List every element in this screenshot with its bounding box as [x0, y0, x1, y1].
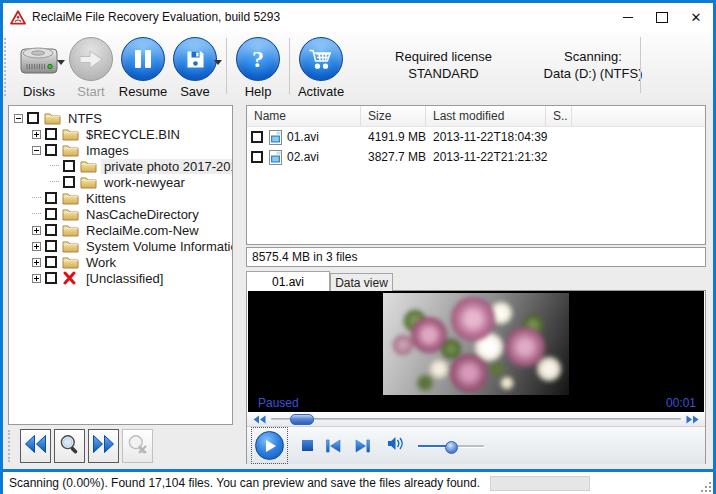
next-frame-button[interactable] — [354, 439, 371, 453]
tree-item-ntfs[interactable]: NTFS — [9, 110, 232, 126]
tree-item-label[interactable]: Work — [83, 255, 119, 270]
tree-checkbox[interactable] — [45, 256, 57, 268]
tab-01-avi[interactable]: 01.avi — [246, 271, 330, 291]
column-header-s[interactable]: S.. — [546, 106, 572, 126]
tree-checkbox[interactable] — [27, 112, 39, 124]
collapse-toggle[interactable] — [32, 146, 41, 155]
file-name[interactable]: 02.avi — [287, 150, 319, 164]
column-header-size[interactable]: Size — [361, 106, 426, 126]
toolbar-separator — [289, 38, 290, 94]
disks-dropdown-arrow[interactable] — [57, 60, 65, 65]
tree-checkbox[interactable] — [63, 160, 75, 172]
tree-item-system-volume-information[interactable]: System Volume Information — [9, 238, 232, 254]
minimize-button[interactable] — [611, 6, 645, 28]
collapse-toggle[interactable] — [14, 114, 23, 123]
seek-bar-row — [247, 412, 705, 427]
expand-toggle[interactable] — [32, 258, 41, 267]
double-left-arrow-icon — [24, 434, 47, 458]
tree-checkbox[interactable] — [63, 176, 75, 188]
result-nav-toolbar — [8, 427, 233, 465]
tree-checkbox[interactable] — [45, 224, 57, 236]
tree-item-label[interactable]: NasCacheDirectory — [83, 207, 202, 222]
tree-checkbox[interactable] — [45, 240, 57, 252]
maximize-button[interactable] — [645, 6, 679, 28]
activate-button-label: Activate — [298, 84, 344, 99]
scanning-info: Scanning: Data (D:) (NTFS) — [528, 48, 658, 82]
tree-item-recycle-bin[interactable]: $RECYCLE.BIN — [9, 126, 232, 142]
tree-item-label[interactable]: Images — [83, 143, 132, 158]
stop-button[interactable] — [302, 440, 313, 451]
tree-checkbox[interactable] — [45, 128, 57, 140]
volume-thumb[interactable] — [445, 441, 458, 454]
tree-checkbox[interactable] — [45, 192, 57, 204]
file-name[interactable]: 01.avi — [287, 130, 319, 144]
play-button[interactable] — [255, 431, 284, 460]
tree-item-kittens[interactable]: Kittens — [9, 190, 232, 206]
next-result-button[interactable] — [88, 429, 119, 463]
file-checkbox[interactable] — [251, 131, 263, 143]
tree-item-label[interactable]: [Unclassified] — [83, 271, 166, 286]
expand-toggle[interactable] — [32, 274, 41, 283]
video-frame-bouquet — [383, 293, 569, 395]
tree-checkbox[interactable] — [45, 144, 57, 156]
folder-icon — [44, 111, 61, 125]
tree-item-unclassified[interactable]: [Unclassified] — [9, 270, 232, 286]
tree-item-nascachedirectory[interactable]: NasCacheDirectory — [9, 206, 232, 222]
save-dropdown-arrow[interactable] — [214, 60, 222, 65]
tree-item-label[interactable]: Kittens — [83, 191, 129, 206]
file-row-02-avi[interactable]: 02.avi3827.7 MB2013-11-22T21:21:32 — [247, 147, 705, 167]
cart-icon — [299, 37, 343, 81]
expand-toggle[interactable] — [32, 226, 41, 235]
tree-checkbox[interactable] — [45, 272, 57, 284]
file-checkbox[interactable] — [251, 151, 263, 163]
navbar-grip[interactable] — [8, 430, 14, 462]
status-text: Scanning (0.00%). Found 17,104 files. Yo… — [9, 476, 480, 490]
tree-item-label[interactable]: NTFS — [65, 111, 105, 126]
speaker-icon[interactable] — [387, 436, 406, 455]
tree-item-label[interactable]: private photo 2017-2018 — [101, 159, 233, 174]
disks-button-label: Disks — [23, 84, 55, 99]
play-button-focus — [251, 427, 288, 464]
file-row-01-avi[interactable]: 01.avi4191.9 MB2013-11-22T18:04:39 — [247, 127, 705, 147]
volume-slider[interactable] — [418, 445, 484, 447]
expand-toggle[interactable] — [32, 242, 41, 251]
folder-icon — [62, 127, 79, 141]
seek-thumb[interactable] — [290, 414, 314, 425]
resume-button[interactable]: Resume — [117, 36, 169, 99]
previous-frame-button[interactable] — [325, 439, 342, 453]
toolbar-grip[interactable] — [4, 38, 11, 96]
license-info: Required license STANDARD — [381, 48, 506, 82]
column-header-name[interactable]: Name — [247, 106, 361, 126]
tree-item-label[interactable]: ReclaiMe.com-New — [83, 223, 202, 238]
tree-item-images[interactable]: Images — [9, 142, 232, 158]
seek-back-icon[interactable] — [253, 410, 266, 428]
tree-item-work-newyear[interactable]: work-newyear — [9, 174, 232, 190]
disks-button[interactable]: Disks — [13, 36, 65, 99]
help-icon: ? — [236, 37, 280, 81]
play-icon — [266, 440, 276, 452]
video-area[interactable]: Paused 00:01 — [248, 291, 704, 412]
save-button[interactable]: Save — [169, 36, 221, 99]
close-icon: ✕ — [691, 11, 702, 24]
tree-item-label[interactable]: work-newyear — [101, 175, 188, 190]
file-size: 4191.9 MB — [361, 130, 426, 144]
help-button[interactable]: ?Help — [232, 36, 284, 99]
find-button[interactable] — [54, 429, 85, 463]
tree-item-private-photo-2017-2018[interactable]: private photo 2017-2018 — [9, 158, 232, 174]
column-header-last-modified[interactable]: Last modified — [426, 106, 546, 126]
tree-item-label[interactable]: $RECYCLE.BIN — [83, 127, 183, 142]
seek-forward-icon[interactable] — [686, 410, 699, 428]
folder-icon — [62, 223, 79, 237]
expand-toggle[interactable] — [32, 130, 41, 139]
prev-result-button[interactable] — [20, 429, 51, 463]
close-button[interactable]: ✕ — [679, 6, 713, 28]
seek-slider[interactable] — [271, 418, 681, 420]
tree-item-label[interactable]: System Volume Information — [83, 239, 233, 254]
app-logo-icon — [10, 10, 26, 25]
tree-item-work[interactable]: Work — [9, 254, 232, 270]
activate-button[interactable]: Activate — [295, 36, 347, 99]
resize-grip[interactable] — [699, 480, 711, 492]
tab-data-view[interactable]: Data view — [330, 273, 393, 291]
tree-item-reclaime-com-new[interactable]: ReclaiMe.com-New — [9, 222, 232, 238]
tree-checkbox[interactable] — [45, 208, 57, 220]
